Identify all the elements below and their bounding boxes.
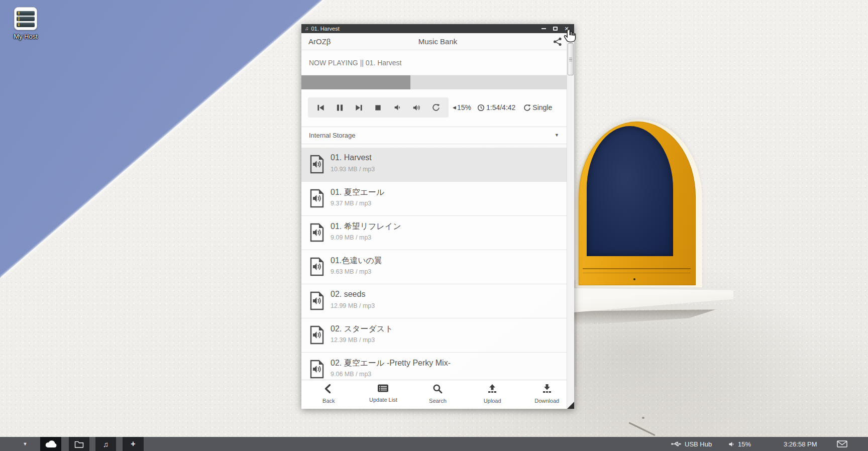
volume-down-icon[interactable] xyxy=(391,101,404,114)
audio-file-icon xyxy=(309,223,324,244)
desktop: My Host ♫ 01. Harvest ✕ ArOZβ Music Bank xyxy=(0,0,868,451)
folder-icon xyxy=(74,440,84,448)
maximize-button[interactable] xyxy=(551,24,560,33)
update-list-icon xyxy=(377,384,389,395)
speaker-icon xyxy=(728,441,735,447)
photo-window-seam xyxy=(583,273,691,273)
window-body: ArOZβ Music Bank NOW PLAYING || 01. Harv… xyxy=(301,33,574,409)
storage-selected-value: Internal Storage xyxy=(309,127,356,144)
upload-icon xyxy=(487,384,497,396)
minimize-icon xyxy=(541,28,546,29)
update-list-button[interactable]: Update List xyxy=(356,380,411,409)
progress-fill xyxy=(301,75,410,89)
play-mode-toggle[interactable]: Single xyxy=(523,103,552,111)
track-list-item[interactable]: 01. 希望リフレイン 9.09 MB / mp3 xyxy=(301,216,574,250)
now-playing-text: NOW PLAYING || 01. Harvest xyxy=(301,50,574,75)
desktop-icon-my-host[interactable]: My Host xyxy=(7,7,44,40)
close-button[interactable]: ✕ xyxy=(562,24,571,33)
audio-file-icon xyxy=(309,325,324,347)
previous-track-button[interactable] xyxy=(314,101,327,114)
app-header: ArOZβ Music Bank xyxy=(301,33,574,50)
maximize-icon xyxy=(553,27,558,31)
taskbar-clock[interactable]: 3:26:58 PM xyxy=(784,437,817,451)
track-list-item[interactable]: 01. Harvest 10.93 MB / mp3 xyxy=(301,148,574,182)
taskbar-mail-button[interactable] xyxy=(837,437,850,451)
volume-up-icon[interactable] xyxy=(410,101,423,114)
taskbar-add-button[interactable]: + xyxy=(123,437,144,451)
wall-spot xyxy=(642,417,644,419)
taskbar-usb-status[interactable]: USB Hub xyxy=(671,437,712,451)
photo-window-seam xyxy=(583,268,691,269)
music-player-window: ♫ 01. Harvest ✕ ArOZβ Music Bank xyxy=(301,24,574,409)
taskbar-music-button[interactable]: ♫ xyxy=(95,437,116,451)
volume-marker-icon: ◀ xyxy=(453,105,456,110)
back-button[interactable]: Back xyxy=(301,380,356,409)
share-icon[interactable] xyxy=(553,37,562,46)
search-button[interactable]: Search xyxy=(410,380,465,409)
minimize-button[interactable] xyxy=(539,24,548,33)
photo-window-knob xyxy=(633,278,635,280)
track-list-item[interactable]: 01.色違いの翼 9.63 MB / mp3 xyxy=(301,250,574,284)
music-note-icon: ♫ xyxy=(305,24,309,33)
window-scrollbar[interactable] xyxy=(567,33,574,409)
taskbar-files-button[interactable] xyxy=(69,437,89,451)
page-title: Music Bank xyxy=(301,33,574,50)
time-indicator: 1:54/4:42 xyxy=(477,103,515,111)
window-resize-handle[interactable] xyxy=(567,402,574,409)
download-button[interactable]: Download xyxy=(519,380,574,409)
taskbar-cloud-button[interactable] xyxy=(40,437,61,451)
download-icon xyxy=(542,384,552,396)
taskbar: ▼ ♫ + USB Hub 15% 3:26:58 PM xyxy=(0,437,868,451)
upload-button[interactable]: Upload xyxy=(465,380,520,409)
repeat-button[interactable] xyxy=(429,101,443,114)
pause-button[interactable] xyxy=(333,101,346,114)
volume-indicator: ◀15% xyxy=(453,103,471,111)
taskbar-volume-status[interactable]: 15% xyxy=(728,437,751,451)
chevron-down-icon: ▼ xyxy=(555,127,559,144)
next-track-button[interactable] xyxy=(353,101,366,114)
audio-file-icon xyxy=(309,291,324,312)
scrollbar-thumb[interactable] xyxy=(568,43,574,75)
audio-file-icon xyxy=(309,155,324,176)
audio-file-icon xyxy=(309,189,324,210)
storage-selector[interactable]: Internal Storage ▼ xyxy=(301,127,574,144)
audio-file-icon xyxy=(309,257,324,278)
player-button-panel xyxy=(308,97,449,118)
track-list: 01. Harvest 10.93 MB / mp3 01. 夏空エール 9.3… xyxy=(301,148,574,387)
bottom-toolbar: Back Update List Search Upload Download xyxy=(301,380,574,409)
taskbar-menu-caret[interactable]: ▼ xyxy=(19,437,31,451)
stop-button[interactable] xyxy=(372,101,385,114)
server-icon xyxy=(14,7,37,30)
window-titlebar[interactable]: ♫ 01. Harvest ✕ xyxy=(301,24,574,33)
track-list-item[interactable]: 01. 夏空エール 9.37 MB / mp3 xyxy=(301,182,574,216)
back-icon xyxy=(323,384,334,396)
clock-icon xyxy=(477,104,485,111)
envelope-icon xyxy=(837,440,847,447)
search-icon xyxy=(432,384,443,396)
track-list-item[interactable]: 02. seeds 12.99 MB / mp3 xyxy=(301,284,574,318)
desktop-icon-label: My Host xyxy=(7,33,44,40)
player-controls: ◀15% 1:54/4:42 Single xyxy=(301,89,574,126)
audio-file-icon xyxy=(309,360,324,381)
repeat-mode-icon xyxy=(523,104,531,111)
photo-window-frame xyxy=(579,122,696,285)
close-icon: ✕ xyxy=(564,24,569,33)
window-title: 01. Harvest xyxy=(311,24,340,33)
photo-window-glass xyxy=(587,126,673,256)
track-list-item[interactable]: 02. スターダスト 12.39 MB / mp3 xyxy=(301,318,574,353)
usb-icon xyxy=(671,441,682,447)
seek-bar[interactable] xyxy=(301,75,574,89)
cloud-icon xyxy=(44,440,57,448)
